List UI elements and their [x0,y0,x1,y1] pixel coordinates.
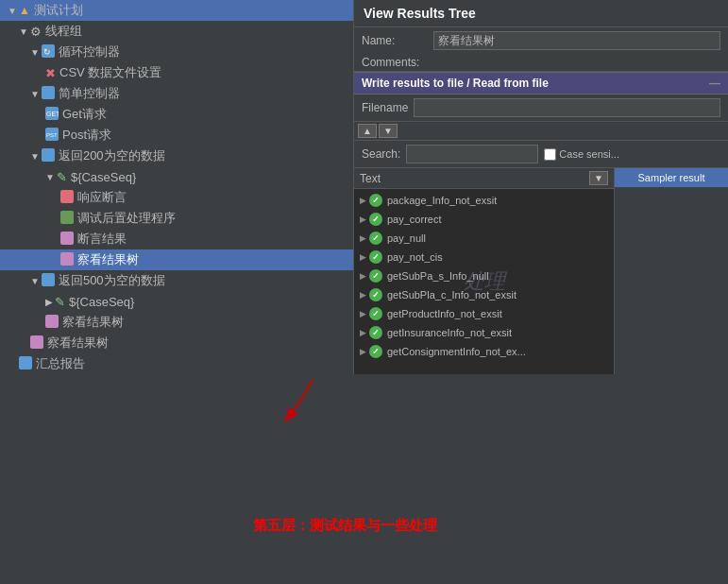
tree-label-return200: 返回200为空的数据 [59,147,165,164]
result-label-r5: getSubPa_s_Info_null [387,270,489,282]
result-label-r7: getProductInfo_not_exsit [387,308,502,319]
csv-icon: ✖ [45,66,56,80]
result-item-r3[interactable]: ▶ pay_null [354,229,614,248]
tree-label-response-assert: 响应断言 [77,189,127,206]
expand-icon-caseseq1: ▼ [45,172,55,182]
tree-item-return200[interactable]: ▼ 返回200为空的数据 [0,146,353,166]
case-sensitive-checkbox[interactable] [544,148,556,161]
tree-label-csv-settings: CSV 数据文件设置 [59,64,161,81]
svg-rect-2 [42,86,55,99]
tree-item-view-result-tree3[interactable]: 察看结果树 [0,333,353,353]
panel-title: View Results Tree [354,0,728,27]
tree-item-post-request[interactable]: PST Post请求 [0,125,353,146]
result-item-r7[interactable]: ▶ getProductInfo_not_exsit [354,304,614,323]
svg-rect-11 [60,252,74,266]
tree-label-view-result-tree2: 察看结果树 [62,314,124,331]
svg-rect-15 [19,356,32,369]
result-item-r9[interactable]: ▶ getConsignmentInfo_not_ex... [354,342,614,361]
tree-item-test-plan[interactable]: ▼ ▲ 测试计划 [0,0,353,21]
status-icon-r9 [369,345,382,358]
expand-icon-thread: ▼ [19,26,28,37]
nav-arrows-row: ▲ ▼ [354,122,728,141]
caseseq1-icon: ✎ [57,170,67,184]
expand-icon-plan: ▼ [8,6,17,16]
result-item-r5[interactable]: ▶ getSubPa_s_Info_null [354,266,614,285]
tree-item-summary-report[interactable]: 汇总报告 [0,353,353,374]
arrow-annotation [256,370,331,439]
tree-item-loop-controller[interactable]: ▼ ↻ 循环控制器 [0,42,353,62]
write-results-bar: Write results to file / Read from file — [354,72,728,94]
nav-down-button[interactable]: ▼ [379,124,398,138]
svg-rect-7 [42,148,55,162]
left-tree-panel: ▼ ▲ 测试计划 ▼ ⚙ 线程组 ▼ ↻ 循环控制器 [0,0,354,374]
status-icon-r3 [369,232,382,245]
column-dropdown-button[interactable]: ▼ [589,171,608,185]
status-icon-r2 [369,213,382,226]
result-item-r8[interactable]: ▶ getInsuranceInfo_not_exsit [354,323,614,342]
filename-row: Filename [354,94,728,122]
svg-rect-8 [60,190,74,203]
tree-label-caseseq1: ${CaseSeq} [71,170,136,184]
tree-item-get-request[interactable]: GET Get请求 [0,104,353,125]
tree-item-assert-result[interactable]: 断言结果 [0,229,353,249]
tree-item-response-assert[interactable]: 响应断言 [0,187,353,208]
result-item-r1[interactable]: ▶ package_Info_not_exsit [354,191,614,210]
case-sensitive-label: Case sensi... [559,148,619,160]
tree-item-caseseq2[interactable]: ▶ ✎ ${CaseSeq} [0,291,353,312]
svg-text:GET: GET [46,111,59,117]
tree-item-view-result-tree1[interactable]: 察看结果树 [0,249,353,270]
status-icon-r7 [369,307,382,320]
tree-item-view-result-tree2[interactable]: 察看结果树 [0,312,353,333]
case-sensitive-option: Case sensi... [544,148,619,161]
sampler-result-panel: Sampler result [615,168,728,374]
svg-text:PST: PST [46,132,58,138]
tree-item-caseseq1[interactable]: ▼ ✎ ${CaseSeq} [0,166,353,187]
tree-item-thread-group[interactable]: ▼ ⚙ 线程组 [0,21,353,42]
comments-label: Comments: [362,56,419,69]
response-assert-icon [60,190,74,206]
viewtree1-icon [60,252,74,268]
return200-icon [42,148,55,164]
expand-icon-caseseq2: ▶ [45,297,53,307]
search-label: Search: [362,147,400,161]
post-icon: PST [45,128,59,144]
text-column-label: Text [360,172,589,185]
result-expand-icon: ▶ [360,290,366,300]
result-expand-icon: ▶ [360,252,366,262]
result-item-r4[interactable]: ▶ pay_not_cis [354,248,614,266]
result-expand-icon: ▶ [360,328,366,337]
loop-icon: ↻ [42,44,55,60]
filename-input[interactable] [414,98,720,117]
status-icon-r1 [369,194,382,207]
write-results-label: Write results to file / Read from file [362,77,549,90]
result-item-r6[interactable]: ▶ getSubPla_c_Info_not_exsit [354,285,614,304]
right-panel: View Results Tree Name: Comments: Write … [354,0,728,374]
expand-icon-simple: ▼ [30,89,40,99]
simple-icon [42,86,55,102]
result-label-r1: package_Info_not_exsit [387,195,497,206]
viewtree2-icon [45,315,59,331]
svg-rect-12 [42,273,55,286]
result-expand-icon: ▶ [360,196,366,205]
tree-label-test-plan: 测试计划 [34,2,83,19]
sampler-result-tab[interactable]: Sampler result [615,168,728,187]
tree-item-return500[interactable]: ▼ 返回500为空的数据 [0,270,353,291]
name-input[interactable] [433,31,720,50]
tree-item-postprocess[interactable]: 调试后置处理程序 [0,208,353,229]
nav-up-button[interactable]: ▲ [358,124,377,138]
status-icon-r5 [369,269,382,283]
tree-label-view-result-tree1: 察看结果树 [77,251,139,268]
summary-icon [19,356,32,372]
results-area: Text ▼ ▶ package_Info_not_exsit ▶ pay_co… [354,168,728,374]
tree-label-view-result-tree3: 察看结果树 [47,335,109,352]
tree-label-caseseq2: ${CaseSeq} [69,295,134,309]
search-input[interactable] [406,145,538,163]
tree-item-csv-settings[interactable]: ✖ CSV 数据文件设置 [0,62,353,83]
tree-item-simple-controller[interactable]: ▼ 简单控制器 [0,83,353,104]
result-expand-icon: ▶ [360,215,366,224]
tree-label-summary-report: 汇总报告 [36,355,85,372]
get-icon: GET [45,107,59,123]
result-item-r2[interactable]: ▶ pay_correct [354,210,614,229]
expand-icon-return200: ▼ [30,151,40,162]
filename-label: Filename [362,101,408,114]
